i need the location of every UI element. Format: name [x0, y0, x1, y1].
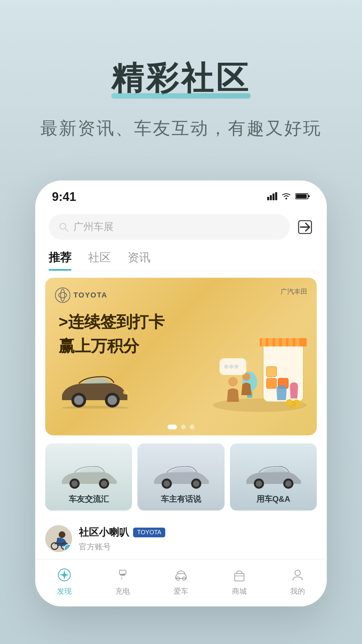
tabs-divider: [45, 271, 317, 271]
banner[interactable]: TOYOTA 广汽丰田 >连续签到打卡 赢上万积分: [45, 278, 317, 435]
svg-point-68: [295, 570, 300, 576]
svg-rect-62: [119, 570, 126, 574]
svg-point-44: [71, 481, 78, 487]
title-underline: [111, 93, 251, 99]
status-bar: 9:41: [35, 180, 327, 207]
banner-right-brand: 广汽丰田: [281, 287, 307, 296]
banner-dot-1: [168, 425, 177, 429]
svg-point-46: [101, 481, 107, 487]
tab-recommend[interactable]: 推荐: [49, 250, 71, 271]
nav-item-discover[interactable]: 发现: [35, 566, 94, 596]
svg-rect-66: [235, 574, 244, 581]
svg-point-19: [62, 406, 129, 409]
toyota-badge: TOYOTA: [133, 528, 165, 537]
phone-mockup: 9:41: [35, 180, 327, 606]
category-label-2: 车主有话说: [137, 494, 224, 504]
svg-point-52: [256, 481, 262, 487]
category-label-1: 车友交流汇: [45, 494, 132, 504]
person-icon: [289, 566, 306, 584]
banner-store-illustration: [209, 328, 310, 415]
nav-item-mycar[interactable]: 爱车: [152, 566, 210, 596]
car-image-1: [45, 448, 132, 500]
battery-icon: [295, 191, 310, 203]
search-area: 广州车展: [35, 207, 327, 247]
post-user-info: 社区小喇叭 TOYOTA 官方账号: [79, 526, 317, 552]
nav-label-mycar: 爱车: [174, 586, 188, 596]
compass-icon: [56, 566, 73, 584]
wifi-icon: [281, 191, 291, 203]
signal-icon: [267, 191, 277, 203]
svg-point-11: [55, 288, 70, 303]
svg-point-54: [285, 481, 292, 487]
banner-headline: >连续签到打卡 赢上万积分: [59, 311, 165, 357]
svg-rect-6: [296, 194, 307, 198]
toyota-logo: TOYOTA: [55, 287, 108, 303]
search-box[interactable]: 广州车展: [49, 214, 290, 240]
nav-label-charge: 充电: [115, 586, 130, 596]
svg-point-4: [286, 198, 287, 200]
car-image-2: [137, 448, 224, 500]
status-icons: [267, 191, 310, 203]
svg-point-38: [286, 399, 293, 406]
banner-dot-3: [190, 425, 194, 429]
nav-label-profile: 我的: [290, 586, 305, 596]
svg-rect-63: [120, 574, 125, 576]
verified-badge: ✓: [64, 544, 72, 552]
nav-label-shop: 商城: [232, 586, 247, 596]
car-image-3: [230, 448, 317, 500]
banner-dots: [168, 425, 194, 429]
category-card-3[interactable]: 用车Q&A: [230, 443, 317, 511]
bolt-icon: [114, 566, 131, 584]
nav-item-profile[interactable]: 我的: [268, 566, 327, 596]
svg-rect-24: [268, 338, 273, 346]
svg-point-18: [123, 390, 128, 394]
svg-point-50: [193, 481, 199, 487]
svg-rect-1: [270, 195, 272, 200]
right-brand-text: 广汽丰田: [281, 288, 307, 295]
share-button[interactable]: [297, 219, 313, 235]
svg-rect-0: [267, 197, 269, 200]
svg-rect-25: [275, 338, 279, 346]
svg-point-12: [59, 292, 67, 298]
hero-section: 精彩社区 最新资讯、车友互动，有趣又好玩: [0, 0, 362, 160]
svg-rect-7: [308, 195, 310, 197]
svg-rect-23: [262, 338, 266, 346]
post-avatar: ✓: [45, 525, 72, 552]
tab-news[interactable]: 资讯: [128, 250, 150, 271]
svg-line-9: [65, 228, 68, 231]
time-display: 9:41: [52, 190, 76, 204]
category-card-2[interactable]: 车主有话说: [137, 443, 224, 511]
post-username: 社区小喇叭 TOYOTA: [79, 526, 317, 539]
background: 精彩社区 最新资讯、车友互动，有趣又好玩 9:41: [0, 0, 362, 644]
tab-community[interactable]: 社区: [88, 250, 111, 271]
tabs-row: 推荐 社区 资讯: [35, 247, 327, 271]
banner-dot-2: [181, 425, 186, 429]
shop-icon: [231, 566, 248, 584]
svg-point-56: [59, 531, 65, 538]
svg-point-13: [61, 289, 65, 301]
bottom-nav: 发现 充电: [35, 559, 327, 606]
toyota-brand-text: TOYOTA: [73, 291, 108, 300]
svg-rect-31: [266, 367, 277, 377]
nav-label-discover: 发现: [57, 586, 72, 596]
category-label-3: 用车Q&A: [230, 494, 317, 504]
category-card-1[interactable]: 车友交流汇: [45, 443, 132, 511]
search-placeholder-text: 广州车展: [73, 220, 114, 234]
svg-point-41: [229, 365, 233, 369]
nav-item-charge[interactable]: 充电: [94, 566, 152, 596]
svg-rect-3: [275, 192, 277, 200]
svg-rect-2: [273, 194, 275, 200]
svg-point-17: [108, 395, 117, 405]
svg-point-42: [234, 365, 238, 369]
hero-title: 精彩社区: [111, 60, 251, 96]
post-header[interactable]: ✓ 社区小喇叭 TOYOTA 官方账号: [35, 519, 327, 559]
car-icon: [172, 566, 190, 584]
category-grid: 车友交流汇 车主有话说: [45, 443, 317, 511]
svg-point-34: [228, 377, 238, 386]
svg-point-40: [224, 365, 228, 369]
post-role: 官方账号: [79, 541, 317, 552]
banner-line1: >连续签到打卡: [59, 311, 165, 333]
nav-item-shop[interactable]: 商城: [210, 566, 268, 596]
svg-rect-29: [266, 378, 277, 388]
banner-line2: 赢上万积分: [59, 335, 165, 357]
